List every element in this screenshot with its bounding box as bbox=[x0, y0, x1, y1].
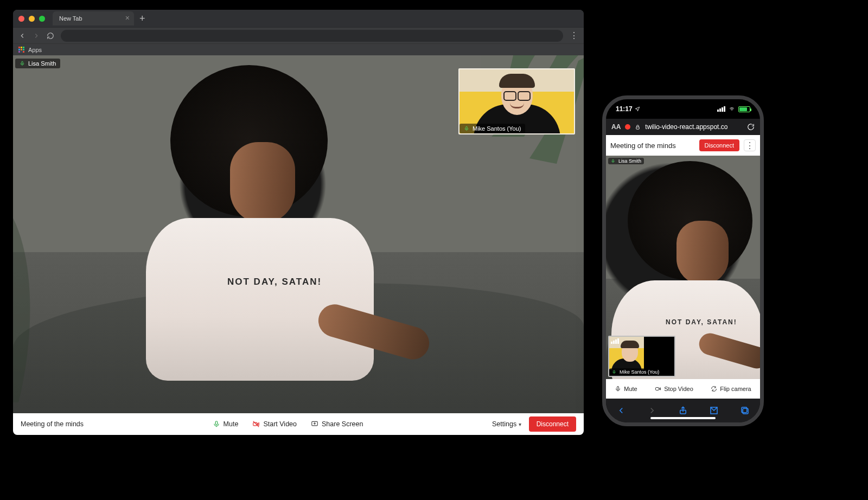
svg-rect-0 bbox=[22, 61, 23, 64]
mute-button[interactable]: Mute bbox=[615, 386, 637, 392]
mute-label: Mute bbox=[224, 420, 239, 428]
remote-video bbox=[676, 221, 729, 285]
flip-camera-icon bbox=[711, 386, 717, 392]
bookmarks-bar: Apps bbox=[13, 43, 584, 55]
page-url[interactable]: twilio-video-react.appspot.co bbox=[645, 123, 743, 131]
browser-window: New Tab × + ⋮ Apps bbox=[13, 10, 584, 435]
svg-rect-8 bbox=[614, 370, 615, 373]
start-video-button[interactable]: Start Video bbox=[252, 420, 297, 428]
address-bar[interactable] bbox=[61, 30, 563, 42]
network-quality-icon bbox=[611, 338, 619, 344]
tshirt-text: NOT DAY, SATAN! bbox=[227, 277, 322, 287]
safari-tabs-button[interactable] bbox=[740, 406, 750, 415]
app-header: Meeting of the minds Disconnect ⋮ bbox=[606, 135, 760, 156]
svg-rect-2 bbox=[215, 421, 218, 425]
local-video-thumbnail[interactable]: Mike Santos (You) bbox=[458, 68, 575, 134]
chevron-down-icon: ▾ bbox=[519, 421, 521, 427]
svg-rect-10 bbox=[656, 388, 659, 390]
svg-rect-6 bbox=[636, 127, 640, 129]
more-menu-button[interactable]: ⋮ bbox=[744, 139, 756, 151]
reload-icon[interactable] bbox=[747, 123, 755, 131]
mic-icon bbox=[213, 420, 220, 428]
stop-video-label: Stop Video bbox=[664, 386, 693, 392]
recording-indicator-icon bbox=[625, 124, 630, 130]
browser-tab-label: New Tab bbox=[59, 15, 82, 22]
glasses-icon bbox=[503, 91, 531, 100]
start-video-label: Start Video bbox=[263, 420, 297, 428]
room-name-label: Meeting of the minds bbox=[610, 142, 695, 150]
browser-tabstrip: New Tab × + bbox=[13, 10, 584, 27]
video-off-icon bbox=[252, 420, 260, 428]
browser-menu-icon[interactable]: ⋮ bbox=[570, 30, 578, 41]
phone-status-bar: 11:17 bbox=[606, 99, 760, 119]
text-size-icon[interactable]: AA bbox=[611, 123, 621, 131]
video-call-area: NOT DAY, SATAN! Lisa Smith Mike Santos (… bbox=[13, 55, 584, 413]
maximize-window-icon[interactable] bbox=[39, 16, 45, 22]
disconnect-button[interactable]: Disconnect bbox=[699, 139, 739, 151]
mic-icon bbox=[615, 386, 621, 392]
flip-camera-button[interactable]: Flip camera bbox=[711, 386, 751, 392]
kebab-icon: ⋮ bbox=[745, 140, 754, 151]
svg-rect-7 bbox=[612, 159, 614, 162]
minimize-window-icon[interactable] bbox=[29, 16, 35, 22]
local-participant-badge: Mike Santos (You) bbox=[609, 368, 662, 376]
safari-address-bar[interactable]: AA twilio-video-react.appspot.co bbox=[606, 119, 760, 135]
safari-forward-button[interactable] bbox=[647, 406, 657, 415]
safari-back-button[interactable] bbox=[616, 406, 626, 415]
call-control-bar: Mute Stop Video Flip camera bbox=[606, 379, 760, 399]
disconnect-button[interactable]: Disconnect bbox=[529, 416, 576, 432]
safari-bookmarks-button[interactable] bbox=[709, 406, 719, 415]
remote-video bbox=[146, 218, 374, 381]
close-window-icon[interactable] bbox=[18, 16, 24, 22]
mic-icon bbox=[464, 126, 469, 131]
window-controls[interactable] bbox=[18, 16, 45, 22]
safari-share-button[interactable] bbox=[678, 406, 688, 415]
plant-decoration-icon bbox=[13, 196, 84, 402]
battery-icon bbox=[738, 106, 750, 112]
remote-video bbox=[230, 142, 295, 223]
svg-line-4 bbox=[253, 421, 259, 427]
call-control-bar: Meeting of the minds Mute Start Video Sh… bbox=[13, 413, 584, 435]
new-tab-button[interactable]: + bbox=[134, 14, 151, 23]
phone-frame: 11:17 AA twilio-video-react.appspot.co M… bbox=[602, 95, 764, 426]
flip-camera-label: Flip camera bbox=[720, 386, 751, 392]
settings-label: Settings bbox=[492, 420, 516, 428]
svg-rect-1 bbox=[466, 126, 468, 129]
mute-button[interactable]: Mute bbox=[213, 420, 239, 428]
mic-icon bbox=[611, 159, 615, 163]
stop-video-button[interactable]: Stop Video bbox=[655, 386, 693, 392]
apps-grid-icon[interactable] bbox=[18, 47, 25, 53]
mic-icon bbox=[20, 61, 25, 66]
home-indicator[interactable] bbox=[650, 417, 716, 419]
mic-icon bbox=[612, 370, 616, 374]
wifi-icon bbox=[728, 106, 736, 112]
remote-participant-badge: Lisa Smith bbox=[15, 59, 60, 68]
disconnect-label: Disconnect bbox=[705, 142, 734, 149]
browser-toolbar: ⋮ bbox=[13, 27, 584, 43]
share-screen-label: Share Screen bbox=[322, 420, 363, 428]
share-screen-icon bbox=[311, 420, 318, 428]
reload-icon[interactable] bbox=[47, 32, 54, 40]
lock-icon bbox=[635, 124, 641, 130]
status-time: 11:17 bbox=[616, 105, 633, 113]
local-participant-name: Mike Santos (You) bbox=[620, 369, 659, 375]
remote-participant-name: Lisa Smith bbox=[618, 158, 641, 164]
settings-dropdown[interactable]: Settings ▾ bbox=[492, 420, 521, 428]
tab-close-icon[interactable]: × bbox=[125, 14, 130, 22]
share-screen-button[interactable]: Share Screen bbox=[311, 420, 363, 428]
remote-participant-name: Lisa Smith bbox=[28, 60, 56, 67]
local-participant-badge: Mike Santos (You) bbox=[459, 124, 525, 133]
svg-rect-9 bbox=[617, 387, 619, 390]
remote-participant-badge: Lisa Smith bbox=[608, 158, 644, 164]
bookmarks-apps-label[interactable]: Apps bbox=[28, 47, 42, 53]
video-call-area: NOT DAY, SATAN! Lisa Smith Mike Santos (… bbox=[606, 156, 760, 379]
svg-rect-12 bbox=[743, 408, 748, 414]
local-video-thumbnail[interactable]: Mike Santos (You) bbox=[608, 336, 675, 377]
room-name-label: Meeting of the minds bbox=[21, 420, 84, 428]
svg-rect-13 bbox=[742, 407, 747, 413]
video-icon bbox=[655, 386, 661, 392]
nav-back-icon[interactable] bbox=[18, 32, 26, 40]
browser-tab[interactable]: New Tab × bbox=[53, 11, 134, 25]
nav-forward-icon[interactable] bbox=[33, 32, 40, 40]
cell-signal-icon bbox=[717, 106, 725, 112]
